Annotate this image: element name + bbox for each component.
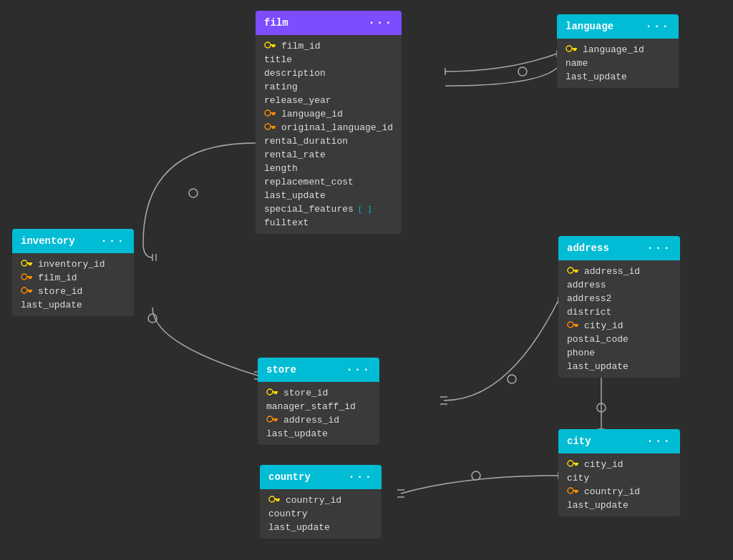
foreign-key-icon xyxy=(264,122,276,133)
svg-rect-75 xyxy=(575,491,576,493)
table-row: film_id xyxy=(12,271,134,285)
table-menu-film[interactable]: ··· xyxy=(368,16,393,29)
svg-rect-53 xyxy=(573,324,578,325)
table-row: name xyxy=(557,57,679,70)
field-country_id: country_id xyxy=(286,495,341,506)
field-manager_staff_id: manager_staff_id xyxy=(266,401,356,412)
svg-rect-59 xyxy=(274,393,276,394)
primary-key-icon xyxy=(565,44,577,55)
field-length: length xyxy=(264,163,298,174)
field-last_update: last_update xyxy=(264,190,326,201)
svg-rect-51 xyxy=(575,271,576,272)
svg-rect-38 xyxy=(30,264,31,265)
foreign-key-icon xyxy=(266,415,278,426)
table-header-country: country··· xyxy=(260,465,382,489)
field-inventory_id: inventory_id xyxy=(38,259,105,270)
table-row: original_language_id xyxy=(256,121,402,134)
table-body-store: store_idmanager_staff_idaddress_idlast_u… xyxy=(258,382,379,445)
field-last_update: last_update xyxy=(268,522,330,533)
svg-rect-46 xyxy=(30,291,31,293)
svg-rect-21 xyxy=(271,44,276,46)
table-row: country_id xyxy=(558,485,680,498)
table-menu-address[interactable]: ··· xyxy=(646,242,671,255)
table-row: country xyxy=(260,507,382,521)
array-badge: [ ] xyxy=(358,205,372,214)
table-header-language: language··· xyxy=(557,14,679,39)
svg-rect-57 xyxy=(273,391,278,393)
field-city: city xyxy=(567,473,589,483)
svg-point-24 xyxy=(265,110,271,116)
field-description: description xyxy=(264,68,326,79)
foreign-key-icon xyxy=(264,109,276,119)
table-body-city: city_idcitycountry_idlast_update xyxy=(558,453,680,516)
svg-point-72 xyxy=(568,488,573,493)
field-release_year: release_year xyxy=(264,95,331,106)
svg-rect-62 xyxy=(276,420,277,421)
table-row: language_id xyxy=(256,107,402,121)
field-district: district xyxy=(567,307,611,318)
table-row: last_update xyxy=(258,427,379,441)
primary-key-icon xyxy=(567,266,578,277)
svg-point-6 xyxy=(148,314,157,323)
field-last_update: last_update xyxy=(21,300,82,310)
table-menu-city[interactable]: ··· xyxy=(646,435,671,448)
table-row: last_update xyxy=(12,298,134,312)
field-city_id: city_id xyxy=(584,459,623,470)
table-header-inventory: inventory··· xyxy=(12,229,134,253)
primary-key-icon xyxy=(266,388,278,398)
table-row: release_year xyxy=(256,94,402,107)
svg-rect-65 xyxy=(275,498,280,500)
table-row: store_id xyxy=(258,386,379,400)
svg-rect-61 xyxy=(273,418,278,420)
table-row: last_update xyxy=(558,360,680,373)
svg-rect-41 xyxy=(27,276,32,277)
foreign-key-icon xyxy=(21,272,32,283)
field-language_id: language_id xyxy=(281,109,343,119)
field-address_id: address_id xyxy=(283,415,339,426)
svg-rect-73 xyxy=(573,490,578,491)
table-row: rental_rate xyxy=(256,148,402,162)
table-row: address_id xyxy=(558,265,680,278)
primary-key-icon xyxy=(567,459,578,470)
table-header-address: address··· xyxy=(558,236,680,260)
table-row: city xyxy=(558,471,680,485)
table-header-city: city··· xyxy=(558,429,680,453)
table-body-country: country_idcountrylast_update xyxy=(260,489,382,539)
field-last_update: last_update xyxy=(266,428,328,439)
field-address: address xyxy=(567,280,606,290)
field-store_id: store_id xyxy=(38,286,82,297)
table-row: fulltext xyxy=(256,216,402,230)
table-row: film_id xyxy=(256,39,402,53)
svg-rect-22 xyxy=(273,46,275,47)
svg-rect-35 xyxy=(573,49,575,51)
table-inventory: inventory···inventory_idfilm_idstore_idl… xyxy=(12,229,134,316)
field-special_features: special_features xyxy=(264,204,354,215)
table-row: postal_code xyxy=(558,333,680,346)
svg-point-64 xyxy=(269,496,275,502)
table-store: store···store_idmanager_staff_idaddress_… xyxy=(258,358,379,445)
table-menu-country[interactable]: ··· xyxy=(348,471,373,483)
table-row: replacement_cost xyxy=(256,175,402,189)
field-city_id: city_id xyxy=(584,320,623,331)
table-menu-language[interactable]: ··· xyxy=(645,20,670,33)
table-row: phone xyxy=(558,346,680,360)
table-row: title xyxy=(256,53,402,67)
svg-rect-25 xyxy=(271,112,276,114)
field-fulltext: fulltext xyxy=(264,217,309,228)
field-original_language_id: original_language_id xyxy=(281,122,393,133)
table-row: description xyxy=(256,67,402,80)
table-row: last_update xyxy=(557,70,679,84)
svg-rect-66 xyxy=(278,500,279,501)
svg-rect-43 xyxy=(29,277,30,279)
table-row: last_update xyxy=(260,521,382,534)
table-menu-store[interactable]: ··· xyxy=(346,363,371,376)
table-city: city···city_idcitycountry_idlast_update xyxy=(558,429,680,516)
svg-point-28 xyxy=(265,124,271,129)
svg-point-3 xyxy=(189,189,198,197)
table-menu-inventory[interactable]: ··· xyxy=(100,235,125,247)
field-language_id: language_id xyxy=(583,44,644,55)
table-language: language···language_idnamelast_update xyxy=(557,14,679,88)
svg-rect-27 xyxy=(272,114,273,115)
field-store_id: store_id xyxy=(283,388,328,398)
field-address_id: address_id xyxy=(584,266,640,277)
